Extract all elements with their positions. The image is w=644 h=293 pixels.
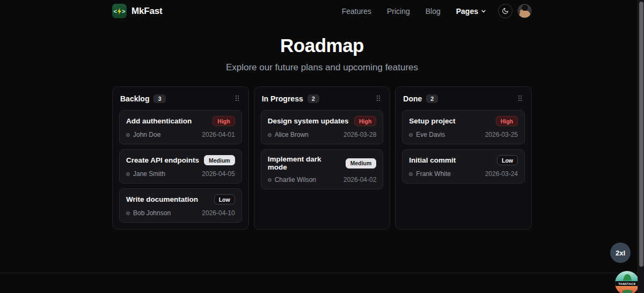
assignee-dot-icon xyxy=(409,172,413,176)
column-count-badge: 2 xyxy=(426,94,438,103)
assignee-name: John Doe xyxy=(133,131,160,138)
page-subtitle: Explore our future plans and upcoming fe… xyxy=(112,62,532,73)
task-title: Initial commit xyxy=(409,156,456,164)
brand-logo[interactable]: <> MkFast xyxy=(112,4,162,18)
task-card[interactable]: Write documentation Low Bob Johnson 2026… xyxy=(119,188,242,223)
main-nav: Features Pricing Blog Pages xyxy=(342,7,486,16)
page-scrollbar xyxy=(638,0,644,293)
assignee-dot-icon xyxy=(126,172,130,176)
column-count-badge: 3 xyxy=(153,94,165,103)
scrollbar-thumb[interactable] xyxy=(639,2,643,267)
mkfast-logo-icon: <> xyxy=(112,4,127,18)
kanban-column-backlog: Backlog 3 Add authentication High John D… xyxy=(112,86,249,230)
due-date: 2026-04-01 xyxy=(202,131,235,138)
nav-pages[interactable]: Pages xyxy=(456,7,486,16)
column-title: In Progress xyxy=(262,94,303,103)
assignee: Alice Brown xyxy=(268,131,309,138)
due-date: 2026-04-02 xyxy=(343,176,376,184)
task-title: Create API endpoints xyxy=(126,156,199,164)
priority-badge: High xyxy=(496,116,518,126)
task-title: Implement dark mode xyxy=(268,155,341,171)
nav-pages-label: Pages xyxy=(456,7,478,16)
assignee-name: Bob Johnson xyxy=(133,209,171,217)
due-date: 2026-03-24 xyxy=(485,170,518,178)
assignee-name: Jane Smith xyxy=(133,170,165,178)
island-icon xyxy=(622,290,633,293)
assignee-dot-icon xyxy=(268,133,272,137)
task-title: Setup project xyxy=(409,117,455,125)
header: <> MkFast Features Pricing Blog Pages xyxy=(112,0,532,19)
assignee-dot-icon xyxy=(409,133,413,137)
task-card[interactable]: Add authentication High John Doe 2026-04… xyxy=(119,110,242,144)
column-title: Done xyxy=(403,94,422,103)
assignee: Eve Davis xyxy=(409,131,445,138)
assignee-name: Alice Brown xyxy=(275,131,309,138)
kanban-board: Backlog 3 Add authentication High John D… xyxy=(112,86,532,230)
task-card[interactable]: Initial commit Low Frank White 2026-03-2… xyxy=(402,149,525,184)
assignee: Charlie Wilson xyxy=(268,176,316,184)
column-header: In Progress 2 xyxy=(261,93,384,105)
palm-tree-icon xyxy=(623,273,632,281)
kanban-column-done: Done 2 Setup project High Eve Davis 2026… xyxy=(395,86,532,230)
assignee-name: Frank White xyxy=(416,170,451,178)
due-date: 2026-03-25 xyxy=(485,131,518,138)
assignee: John Doe xyxy=(126,131,160,138)
footer: <> MkFast Make AI SaaS in days, simply a… xyxy=(0,273,644,293)
drag-handle-icon[interactable] xyxy=(517,94,524,103)
column-header: Backlog 3 xyxy=(119,93,242,105)
priority-badge: Low xyxy=(497,155,518,165)
nav-blog[interactable]: Blog xyxy=(426,7,441,16)
assignee-dot-icon xyxy=(268,178,272,182)
page-title: Roadmap xyxy=(112,35,532,56)
due-date: 2026-04-05 xyxy=(202,170,235,178)
assignee: Frank White xyxy=(409,170,451,178)
assignee: Jane Smith xyxy=(126,170,165,178)
column-title: Backlog xyxy=(120,94,149,103)
chevron-down-icon xyxy=(481,9,486,14)
priority-badge: High xyxy=(354,116,376,126)
task-card[interactable]: Implement dark mode Medium Charlie Wilso… xyxy=(261,149,384,189)
user-avatar[interactable] xyxy=(517,4,532,18)
assignee-name: Charlie Wilson xyxy=(275,176,316,184)
tanstack-banner-label: TANSTACK xyxy=(615,281,639,286)
assignee-dot-icon xyxy=(126,211,130,215)
brand-name: MkFast xyxy=(131,6,162,17)
task-title: Add authentication xyxy=(126,117,192,125)
dark-mode-toggle[interactable] xyxy=(498,4,513,18)
breakpoint-indicator-badge: 2xl xyxy=(610,243,631,263)
priority-badge: Low xyxy=(214,194,235,204)
drag-handle-icon[interactable] xyxy=(376,94,382,103)
kanban-column-in-progress: In Progress 2 Design system updates High… xyxy=(254,86,391,230)
assignee-dot-icon xyxy=(126,133,130,137)
priority-badge: Medium xyxy=(346,158,377,169)
priority-badge: High xyxy=(213,116,235,126)
task-card[interactable]: Setup project High Eve Davis 2026-03-25 xyxy=(402,110,525,144)
task-title: Write documentation xyxy=(126,195,198,203)
nav-pricing[interactable]: Pricing xyxy=(387,7,410,16)
moon-icon xyxy=(502,8,509,14)
tanstack-logo[interactable]: TANSTACK xyxy=(614,270,640,293)
task-title: Design system updates xyxy=(268,117,349,125)
due-date: 2026-03-28 xyxy=(343,131,376,138)
priority-badge: Medium xyxy=(204,155,235,165)
drag-handle-icon[interactable] xyxy=(235,94,241,103)
due-date: 2026-04-10 xyxy=(202,209,235,217)
assignee: Bob Johnson xyxy=(126,209,171,217)
hero: Roadmap Explore our future plans and upc… xyxy=(112,35,532,73)
nav-features[interactable]: Features xyxy=(342,7,371,16)
task-card[interactable]: Create API endpoints Medium Jane Smith 2… xyxy=(119,149,242,184)
column-count-badge: 2 xyxy=(308,94,319,103)
task-card[interactable]: Design system updates High Alice Brown 2… xyxy=(261,110,384,144)
column-header: Done 2 xyxy=(402,93,525,105)
assignee-name: Eve Davis xyxy=(416,131,445,138)
